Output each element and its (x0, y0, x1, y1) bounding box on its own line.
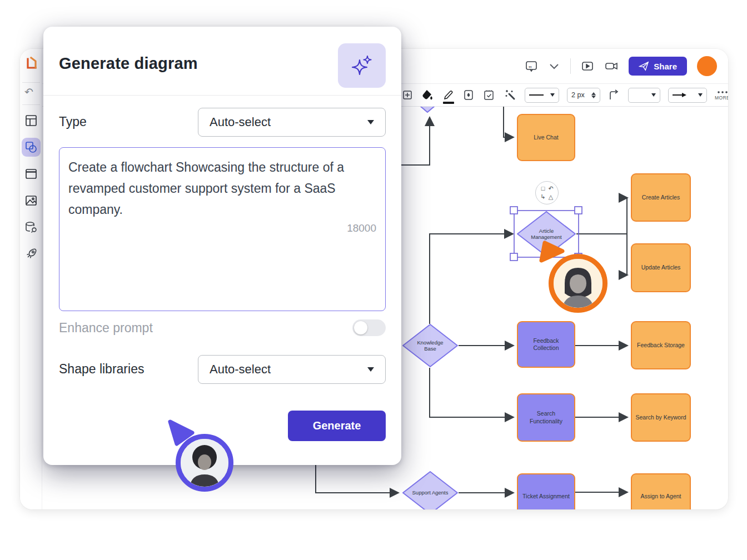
prompt-text: Create a flowchart Showcasing the struct… (68, 157, 376, 220)
zoom-fit-icon[interactable] (401, 89, 414, 101)
node-label: Article Management (516, 211, 576, 257)
caret-icon (550, 93, 555, 97)
flow-node-search-functionality[interactable]: Search Functionality (517, 393, 575, 442)
chevron-down-icon[interactable] (548, 60, 560, 72)
type-select[interactable]: Auto-select (198, 108, 386, 137)
stroke-width-stepper[interactable]: 2 px (567, 88, 600, 103)
flow-node-knowledge-base[interactable]: Knowledge Base (402, 323, 459, 368)
ink-icon[interactable] (462, 89, 475, 101)
flow-node-assign-to-agent[interactable]: Assign to Agent (631, 473, 691, 509)
node-label: Knowledge Base (402, 323, 459, 368)
ai-sparkle-icon (338, 43, 386, 88)
sidebar-item-data-link[interactable] (24, 220, 38, 234)
flow-node-ticket-assignment[interactable]: Ticket Assignment (517, 473, 575, 509)
purple-cursor-icon (162, 414, 201, 453)
sidebar-item-image[interactable] (24, 193, 38, 208)
elbow-connector-icon[interactable] (608, 89, 620, 101)
node-label: Search Functionality (520, 410, 572, 424)
flow-node-create-articles[interactable]: Create Articles (631, 173, 691, 222)
arrow-sample-icon (673, 92, 687, 98)
flow-node-support-agents[interactable]: Support Agents (402, 471, 459, 509)
char-count: 18000 (68, 222, 376, 234)
sidebar-item-rocket[interactable] (24, 247, 38, 261)
line-sample-icon (529, 94, 544, 96)
svg-text:,,: ,, (529, 62, 532, 68)
node-label: Ticket Assignment (522, 493, 570, 500)
flow-node-feedback-storage[interactable]: Feedback Storage (631, 321, 691, 369)
share-button[interactable]: Share (629, 57, 687, 76)
type-select-value: Auto-select (210, 115, 271, 129)
caret-down-icon (367, 367, 374, 372)
divider (570, 58, 571, 74)
stepper-arrows-icon (591, 92, 596, 98)
toggle-knob (354, 321, 367, 334)
node-label: Feedback Collection (520, 337, 572, 352)
connector-select[interactable] (628, 88, 660, 103)
woman-portrait (554, 259, 602, 308)
flow-node-article-management[interactable]: Article Management (516, 211, 576, 257)
node-label: Support Agents (402, 471, 459, 509)
triangle-glyph-icon: △ (549, 194, 553, 200)
flow-node-update-articles[interactable]: Update Articles (631, 243, 691, 292)
account-avatar[interactable] (697, 56, 717, 76)
magic-wand-icon[interactable] (504, 88, 517, 102)
divider (22, 82, 40, 83)
redirect-glyph-icon: ↳ (540, 194, 545, 200)
ellipsis-icon (717, 90, 728, 94)
enhance-prompt-toggle[interactable] (352, 319, 386, 336)
share-label: Share (654, 62, 677, 71)
sidebar-item-frame[interactable] (24, 167, 38, 181)
stroke-width-value: 2 px (571, 91, 585, 99)
node-label: Create Articles (642, 194, 680, 201)
stroke-color-swatch (443, 102, 454, 104)
divider (22, 104, 40, 105)
type-label: Type (59, 114, 87, 129)
square-glyph-icon: □ (541, 186, 545, 192)
page-check-icon[interactable] (482, 89, 496, 102)
caret-down-icon (367, 120, 374, 124)
flow-node-feedback-collection[interactable]: Feedback Collection (517, 321, 575, 368)
modal-header: Generate diagram (43, 27, 401, 96)
type-row: Type Auto-select (43, 108, 401, 137)
node-label: Assign to Agent (641, 493, 681, 500)
collaborator-avatar-orange (549, 254, 607, 313)
arrow-style-select[interactable] (668, 88, 707, 103)
node-label: Search by Keyword (635, 414, 686, 421)
undo-glyph-icon: ↶ (548, 186, 553, 192)
enhance-prompt-label: Enhance prompt (59, 321, 153, 336)
node-label: Live Chat (534, 134, 558, 141)
comment-icon[interactable]: ,, (525, 59, 538, 73)
shape-swap-badge[interactable]: □ ↶ ↳ △ (535, 181, 559, 204)
flow-node-live-chat[interactable]: Live Chat (517, 114, 575, 161)
more-button[interactable]: MORE (715, 90, 728, 101)
generate-diagram-modal: Generate diagram Type Auto-select Create… (43, 27, 401, 465)
more-label: MORE (715, 95, 728, 101)
left-sidebar: ↶ (20, 49, 42, 509)
shape-libraries-select[interactable]: Auto-select (198, 355, 386, 384)
shape-libraries-row: Shape libraries Auto-select (43, 355, 401, 384)
sidebar-item-layout[interactable] (24, 113, 38, 128)
enhance-prompt-row: Enhance prompt (43, 319, 401, 337)
caret-icon (698, 93, 703, 97)
caret-icon (651, 93, 656, 97)
stroke-color-icon[interactable] (442, 89, 455, 102)
share-plane-icon (639, 61, 649, 71)
present-icon[interactable] (581, 59, 594, 73)
shape-libraries-label: Shape libraries (59, 362, 144, 377)
fill-color-icon[interactable] (421, 89, 434, 102)
generate-button[interactable]: Generate (288, 411, 386, 441)
undo-icon[interactable]: ↶ (24, 87, 33, 97)
prompt-textarea[interactable]: Create a flowchart Showcasing the struct… (59, 147, 386, 311)
shape-libraries-value: Auto-select (210, 362, 271, 377)
sidebar-item-shapes[interactable] (24, 140, 38, 154)
video-icon[interactable] (604, 59, 619, 73)
modal-title: Generate diagram (59, 54, 198, 73)
line-style-select[interactable] (525, 88, 559, 103)
node-label: Feedback Storage (637, 342, 685, 349)
lucid-logo[interactable] (24, 56, 39, 73)
flow-node-search-by-keyword[interactable]: Search by Keyword (631, 393, 691, 442)
node-label: Update Articles (641, 264, 681, 271)
